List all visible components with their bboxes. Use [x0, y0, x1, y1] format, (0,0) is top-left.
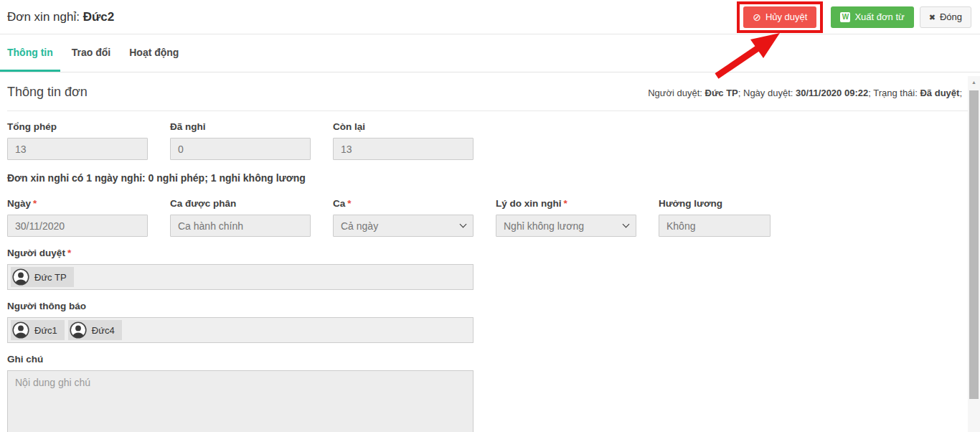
shift-label: Ca	[333, 198, 345, 209]
tab-trao-doi[interactable]: Trao đổi	[65, 34, 118, 72]
export-form-button[interactable]: W Xuất đơn từ	[831, 6, 913, 28]
scrollbar-up-arrow-icon[interactable]: ▲	[968, 76, 980, 88]
form-content: Thông tin đơn Người duyệt: Đức TP; Ngày …	[0, 85, 980, 432]
highlight-rectangle: ⊘ Hủy duyệt	[737, 1, 823, 33]
tab-bar: Thông tin Trao đổi Hoạt động	[0, 34, 980, 72]
window-header: Đơn xin nghỉ: Đức2 ⊘ Hủy duyệt W Xuất đơ…	[0, 0, 980, 34]
scrollbar-thumb[interactable]	[969, 90, 979, 399]
note-label: Ghi chú	[7, 354, 973, 365]
required-mark: *	[564, 198, 567, 209]
leave-detail-row: Ngày* Ca được phân Ca* Cả ngày Lý do xin…	[7, 198, 973, 237]
page-title-name: Đức2	[83, 10, 115, 24]
total-leave-label: Tổng phép	[7, 121, 148, 132]
field-approver: Người duyệt* Đức TP	[7, 248, 973, 290]
date-input[interactable]	[7, 215, 148, 237]
close-icon: ✖	[929, 11, 936, 23]
header-actions: ⊘ Hủy duyệt W Xuất đơn từ ✖ Đóng	[737, 1, 971, 33]
person-chip-name: Đức1	[34, 325, 57, 336]
section-title: Thông tin đơn	[7, 85, 88, 100]
remaining-input[interactable]	[333, 138, 473, 160]
field-paid: Hưởng lương	[659, 198, 771, 237]
person-chip-name: Đức TP	[34, 272, 67, 283]
date-label: Ngày	[7, 198, 31, 209]
person-chip-name: Đức4	[92, 325, 115, 336]
avatar-icon	[12, 321, 29, 339]
reason-selected-value: Nghỉ không lương	[504, 220, 584, 232]
word-file-icon: W	[840, 12, 850, 22]
ban-icon: ⊘	[753, 12, 761, 22]
close-label: Đóng	[940, 11, 962, 23]
notify-people-box[interactable]: Đức1 Đức4	[7, 317, 473, 343]
tab-thong-tin[interactable]: Thông tin	[0, 34, 60, 72]
cancel-approval-label: Hủy duyệt	[765, 11, 808, 23]
field-total-leave: Tổng phép	[7, 121, 148, 160]
field-notify: Người thông báo Đức1 Đức4	[7, 301, 973, 343]
field-taken: Đã nghỉ	[170, 121, 311, 160]
approver-value: Đức TP	[705, 88, 738, 98]
paid-label: Hưởng lương	[659, 198, 771, 209]
required-mark: *	[67, 248, 71, 258]
taken-input[interactable]	[170, 138, 311, 160]
field-reason: Lý do xin nghỉ* Nghỉ không lương	[496, 198, 636, 237]
field-assigned-shift: Ca được phân	[170, 198, 311, 237]
field-shift: Ca* Cả ngày	[333, 198, 473, 237]
tab-hoat-dong[interactable]: Hoạt động	[122, 34, 186, 72]
field-remaining: Còn lại	[333, 121, 473, 160]
approval-info-line: Người duyệt: Đức TP; Ngày duyệt: 30/11/2…	[648, 88, 962, 98]
person-chip[interactable]: Đức TP	[11, 267, 74, 287]
notify-field-label: Người thông báo	[7, 301, 973, 311]
approval-line-tail: ;	[959, 88, 962, 98]
note-textarea[interactable]	[7, 370, 473, 432]
approver-label: Người duyệt:	[648, 88, 705, 98]
cancel-approval-button[interactable]: ⊘ Hủy duyệt	[743, 6, 816, 28]
remaining-label: Còn lại	[333, 121, 473, 132]
total-leave-input[interactable]	[7, 138, 148, 160]
assigned-shift-input[interactable]	[170, 215, 311, 237]
section-divider	[7, 111, 973, 111]
approval-date-value: 30/11/2020 09:22	[796, 88, 868, 98]
shift-select[interactable]: Cả ngày	[333, 215, 473, 237]
assigned-shift-label: Ca được phân	[170, 198, 311, 209]
export-form-label: Xuất đơn từ	[854, 11, 904, 23]
avatar-icon	[70, 321, 87, 339]
approver-people-box[interactable]: Đức TP	[7, 264, 473, 290]
status-value: Đã duyệt	[920, 88, 959, 98]
avatar-icon	[12, 268, 29, 286]
close-button[interactable]: ✖ Đóng	[920, 6, 971, 28]
reason-select[interactable]: Nghỉ không lương	[496, 215, 636, 237]
required-mark: *	[347, 198, 351, 209]
required-mark: *	[33, 198, 37, 209]
reason-label: Lý do xin nghỉ	[496, 198, 562, 209]
approver-field-label: Người duyệt	[7, 248, 65, 258]
section-head: Thông tin đơn Người duyệt: Đức TP; Ngày …	[7, 85, 973, 100]
field-date: Ngày*	[7, 198, 148, 237]
person-chip[interactable]: Đức4	[68, 320, 122, 340]
person-chip[interactable]: Đức1	[11, 320, 65, 340]
chevron-down-icon	[460, 221, 467, 228]
field-note: Ghi chú	[7, 354, 973, 432]
paid-input[interactable]	[659, 215, 771, 237]
leave-summary-note: Đơn xin nghỉ có 1 ngày nghỉ: 0 nghỉ phép…	[7, 172, 973, 184]
shift-selected-value: Cả ngày	[341, 220, 378, 232]
approval-date-label: ; Ngày duyệt:	[738, 88, 796, 98]
taken-label: Đã nghỉ	[170, 121, 311, 132]
vertical-scrollbar[interactable]: ▲	[968, 76, 980, 432]
leave-balance-row: Tổng phép Đã nghỉ Còn lại	[7, 121, 973, 160]
page-title-prefix: Đơn xin nghỉ:	[7, 10, 80, 24]
status-label: ; Trạng thái:	[868, 88, 920, 98]
chevron-down-icon	[623, 221, 630, 228]
page-title: Đơn xin nghỉ: Đức2	[7, 10, 114, 24]
